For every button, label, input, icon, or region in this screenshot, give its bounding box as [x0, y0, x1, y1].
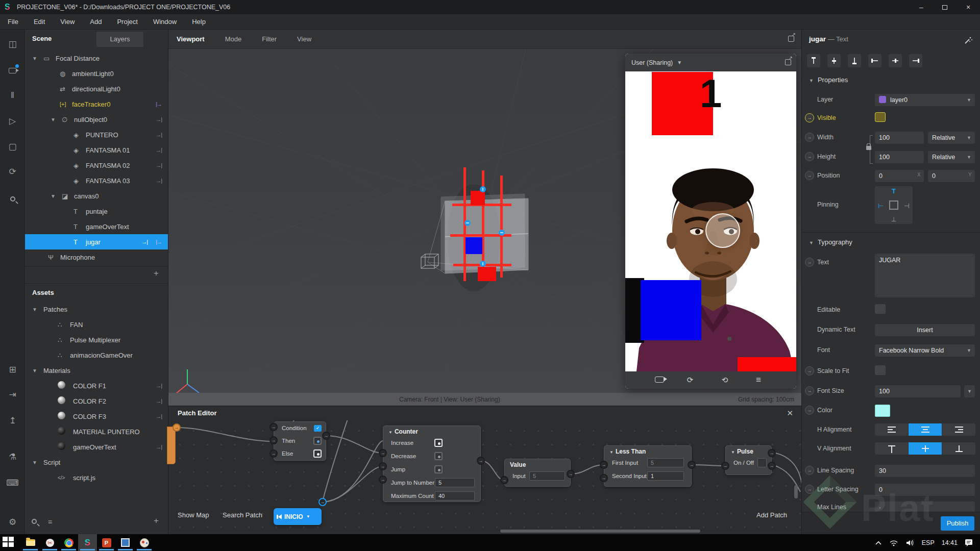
- patch-arrow-icon[interactable]: →: [805, 171, 814, 180]
- chevron-down-icon[interactable]: ▼: [32, 460, 43, 465]
- clock[interactable]: 14:41: [942, 539, 958, 546]
- width-input[interactable]: 100: [875, 132, 924, 144]
- counter-output-port[interactable]: →: [477, 457, 485, 465]
- inicio-output-port[interactable]: →: [318, 498, 327, 506]
- menu-view[interactable]: View: [53, 14, 82, 30]
- patch-arrow-icon[interactable]: →: [805, 366, 814, 375]
- patch-arrow-icon[interactable]: →: [805, 386, 814, 395]
- chevron-down-icon[interactable]: ▼: [32, 368, 43, 373]
- pin-vertical-center-button[interactable]: [827, 54, 841, 67]
- test-device-icon[interactable]: ⚗: [0, 448, 25, 466]
- simulator-mode-dropdown[interactable]: User (Sharing): [631, 59, 673, 66]
- patch-output-port[interactable]: →: [173, 423, 181, 432]
- pin-right-button[interactable]: [909, 54, 922, 67]
- viewport-popout-icon[interactable]: [788, 36, 794, 43]
- simulator-preview[interactable]: 1: [625, 71, 796, 371]
- horizontal-scrollbar[interactable]: [500, 530, 700, 533]
- taskbar-file-explorer[interactable]: [21, 534, 40, 551]
- chevron-down-icon[interactable]: ▼: [32, 56, 43, 61]
- condition-input-port[interactable]: →: [270, 423, 278, 431]
- position-x-input[interactable]: 0: [875, 170, 924, 182]
- decrease-pulse-button[interactable]: [434, 452, 443, 460]
- keyboard-shortcuts-icon[interactable]: ⌨: [0, 474, 25, 492]
- viewport-menu-view[interactable]: View: [289, 35, 324, 43]
- decrease-input-port[interactable]: →: [379, 462, 387, 470]
- lock-icon[interactable]: [866, 146, 871, 150]
- menu-edit[interactable]: Edit: [26, 14, 53, 30]
- tree-item-fantasma-02[interactable]: ◈FANTASMA 02 →|: [25, 158, 168, 173]
- add-camera-icon[interactable]: [0, 62, 25, 79]
- tree-item-microphone[interactable]: ΨMicrophone: [25, 249, 168, 265]
- video-record-icon[interactable]: [652, 371, 667, 389]
- language-indicator[interactable]: ESP: [922, 539, 935, 546]
- speaker-icon[interactable]: [905, 539, 915, 546]
- search-patch-button[interactable]: Search Patch: [223, 511, 262, 519]
- v-align-middle-button[interactable]: [909, 442, 942, 455]
- restart-icon[interactable]: ⟳: [0, 163, 25, 181]
- taskbar-chrome[interactable]: [59, 534, 78, 551]
- tree-item-canvas[interactable]: ▼◪canvas0: [25, 188, 168, 204]
- section-properties[interactable]: ▼Properties: [809, 76, 848, 84]
- tree-item-nullobject[interactable]: ▼∅nullObject0 →|: [25, 112, 168, 127]
- asset-group-materials[interactable]: ▼Materials: [25, 363, 168, 378]
- pin-top-button[interactable]: [807, 54, 820, 67]
- assets-search-icon[interactable]: [32, 517, 37, 524]
- patch-bound-icon[interactable]: →: [805, 113, 814, 122]
- pulse-output-port-1[interactable]: →: [768, 449, 776, 457]
- viewport-menu-viewport[interactable]: Viewport: [168, 35, 217, 43]
- pin-bottom-button[interactable]: [848, 54, 861, 67]
- pin-horizontal-center-button[interactable]: [889, 54, 902, 67]
- asset-item-material-puntero[interactable]: MATERIAL PUNTERO: [25, 424, 168, 439]
- simulator-popout-icon[interactable]: [785, 59, 791, 67]
- asset-item-color-f1[interactable]: COLOR F1 →|: [25, 378, 168, 393]
- tab-scene[interactable]: Scene: [32, 35, 52, 42]
- shape-icon[interactable]: ▢: [0, 138, 25, 156]
- pulse-patch-node[interactable]: ▼Pulse On / Off: [725, 445, 772, 475]
- tree-item-fantasma-01[interactable]: ◈FANTASMA 01 →|: [25, 142, 168, 158]
- upload-icon[interactable]: ↥: [0, 412, 25, 430]
- layout-columns-icon[interactable]: ‖: [0, 87, 25, 104]
- pulse-output-port-2[interactable]: →: [768, 462, 776, 470]
- visible-checkbox[interactable]: [875, 112, 886, 122]
- chevron-down-icon[interactable]: ▼: [51, 117, 62, 122]
- taskbar-photos[interactable]: [116, 534, 135, 551]
- wifi-icon[interactable]: [889, 539, 898, 546]
- on-off-box[interactable]: [757, 458, 767, 467]
- patch-arrow-icon[interactable]: →: [805, 133, 814, 142]
- tree-item-gameovertext[interactable]: TgameOverText: [25, 219, 168, 234]
- taskbar-snipping-tool[interactable]: ✂: [40, 534, 59, 551]
- tree-item-fantasma-03[interactable]: ◈FANTASMA 03 →|: [25, 173, 168, 188]
- maximum-count-input[interactable]: 40: [435, 491, 475, 500]
- close-icon[interactable]: ✕: [787, 409, 793, 418]
- asset-item-animaciongameover[interactable]: ∴animacionGameOver: [25, 347, 168, 363]
- pin-left-button[interactable]: [868, 54, 881, 67]
- font-size-input[interactable]: 100: [875, 385, 961, 397]
- tree-item-jugar-selected[interactable]: Tjugar →| |→: [25, 234, 168, 249]
- patch-arrow-icon[interactable]: →: [805, 406, 814, 415]
- asset-item-color-f2[interactable]: COLOR F2 →|: [25, 393, 168, 409]
- taskbar-spark-ar[interactable]: S: [78, 534, 97, 551]
- menu-file[interactable]: File: [0, 14, 26, 30]
- simulator-menu-icon[interactable]: ≡: [751, 371, 766, 389]
- value-input-port[interactable]: →: [500, 476, 508, 484]
- patch-editor-canvas[interactable]: → Condition ✓ Then Else → → → → ▼Counter…: [168, 420, 801, 535]
- increase-input-port[interactable]: →: [379, 449, 387, 457]
- tree-item-directionallight[interactable]: ⇄directionalLight0: [25, 81, 168, 96]
- start-button[interactable]: [0, 534, 19, 551]
- h-align-left-button[interactable]: [875, 423, 908, 436]
- condition-checkbox[interactable]: ✓: [314, 425, 322, 432]
- then-value-box[interactable]: [313, 437, 322, 445]
- add-scene-object-button[interactable]: +: [154, 268, 159, 279]
- tree-item-facetracker[interactable]: [+]faceTracker0 |→: [25, 96, 168, 112]
- layer-dropdown[interactable]: layer0▼: [875, 94, 975, 106]
- menu-window[interactable]: Window: [145, 14, 184, 30]
- patch-arrow-icon[interactable]: →: [805, 152, 814, 161]
- second-input-port[interactable]: →: [600, 474, 608, 482]
- ai-wand-icon[interactable]: [964, 36, 973, 45]
- asset-item-color-f3[interactable]: COLOR F3 →|: [25, 409, 168, 424]
- second-input[interactable]: 1: [647, 471, 684, 481]
- condition-output-port[interactable]: →: [322, 432, 330, 440]
- search-icon[interactable]: [0, 189, 25, 207]
- asset-item-scriptjs[interactable]: </>script.js: [25, 470, 168, 485]
- else-value-box[interactable]: [313, 449, 322, 458]
